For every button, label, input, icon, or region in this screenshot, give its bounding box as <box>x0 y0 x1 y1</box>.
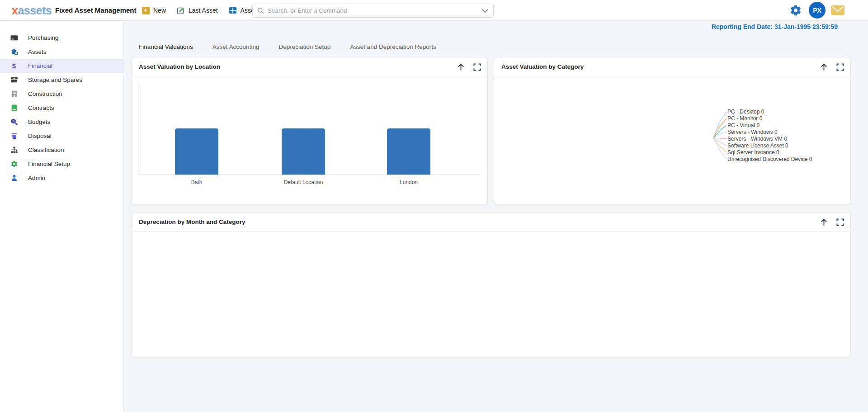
last-asset-button[interactable]: Last Asset <box>177 6 218 14</box>
pie-value: 0 <box>761 109 764 115</box>
logo-assets: assets <box>18 4 52 17</box>
main-tabs: Financial Valuations Asset Accounting De… <box>137 38 454 58</box>
home-icon <box>9 47 19 57</box>
sitemap-icon <box>9 146 19 155</box>
sidebar-nav: Purchasing Assets $ Financial Storage an… <box>0 21 124 412</box>
tab-financial-valuations[interactable]: Financial Valuations <box>137 38 194 58</box>
storage-box-icon <box>9 76 19 85</box>
tab-depreciation-setup[interactable]: Depreciation Setup <box>277 38 332 58</box>
tab-asset-accounting[interactable]: Asset Accounting <box>211 38 261 58</box>
user-avatar[interactable]: PX <box>809 2 826 19</box>
card-header: Depreciation by Month and Category <box>132 213 850 232</box>
pie-value: 0 <box>774 129 778 135</box>
bar-default-location[interactable] <box>282 128 325 175</box>
chevron-down-icon[interactable] <box>481 9 489 13</box>
sidebar-item-financial[interactable]: $ Financial <box>0 59 123 73</box>
card-title: Asset Valuation by Category <box>494 57 850 76</box>
export-up-arrow-icon[interactable] <box>457 63 465 71</box>
app-logo[interactable]: xassets <box>12 0 52 21</box>
x-tick-bath: Bath <box>191 179 203 185</box>
card-asset-valuation-by-category: Asset Valuation by Category PC - Desktop… <box>494 57 851 205</box>
sidebar-item-disposal[interactable]: Disposal <box>0 129 123 143</box>
card-header: Asset Valuation by Location <box>132 57 487 76</box>
plus-square-icon: + <box>142 6 150 14</box>
top-bar: xassets Fixed Asset Management + New Las… <box>0 0 868 21</box>
x-tick-london: London <box>400 179 418 185</box>
logo-x: x <box>12 4 18 17</box>
sidebar-item-classification[interactable]: Classification <box>0 143 123 157</box>
sidebar-item-purchasing[interactable]: Purchasing <box>0 31 123 45</box>
pie-value: 0 <box>776 149 779 156</box>
pie-label[interactable]: PC - Monitor 0 <box>727 115 812 122</box>
card-header: Asset Valuation by Category <box>494 57 850 76</box>
expand-fullscreen-icon[interactable] <box>473 63 481 71</box>
new-button[interactable]: + New <box>142 6 166 14</box>
pie-label[interactable]: Sql Server Instance 0 <box>727 149 812 156</box>
sidebar-item-assets[interactable]: Assets <box>0 45 123 59</box>
sidebar-item-storage-and-spares[interactable]: Storage and Spares <box>0 73 123 87</box>
pie-value: 0 <box>784 136 787 142</box>
search-icon <box>257 7 264 14</box>
reporting-end-date: Reporting End Date: 31-Jan-1995 23:59:59 <box>712 21 838 32</box>
pie-label[interactable]: Servers - Windows 0 <box>727 129 812 136</box>
card-asset-valuation-by-location: Asset Valuation by Location Bath Default… <box>131 57 488 205</box>
expand-fullscreen-icon[interactable] <box>836 218 844 226</box>
pie-chart-labels: PC - Desktop 0 PC - Monitor 0 PC - Virtu… <box>727 109 812 163</box>
expand-fullscreen-icon[interactable] <box>836 63 844 71</box>
bar-bath[interactable] <box>175 128 218 175</box>
edit-pencil-icon <box>177 6 185 14</box>
export-up-arrow-icon[interactable] <box>820 218 828 226</box>
search-dollar-icon: $ <box>9 118 19 127</box>
pie-label[interactable]: PC - Virtual 0 <box>727 122 812 129</box>
card-title: Asset Valuation by Location <box>132 57 487 76</box>
pie-label[interactable]: Unrecognised Discovered Device 0 <box>727 156 812 163</box>
pie-value: 0 <box>785 142 788 149</box>
card-title: Depreciation by Month and Category <box>132 213 850 232</box>
pie-value: 0 <box>760 115 763 122</box>
sidebar-item-construction[interactable]: Construction <box>0 87 123 101</box>
search-input[interactable] <box>268 7 481 14</box>
book-icon <box>9 104 19 113</box>
sidebar-item-budgets[interactable]: $ Budgets <box>0 115 123 129</box>
pie-value: 0 <box>809 156 812 162</box>
settings-gear-icon[interactable] <box>789 4 802 17</box>
quick-actions: + New Last Asset Asset List <box>142 0 268 21</box>
card-depreciation-by-month-and-category: Depreciation by Month and Category <box>131 212 851 357</box>
bar-chart-asset-valuation-by-location: Bath Default Location London <box>138 81 481 194</box>
person-icon <box>9 174 19 183</box>
building-icon <box>9 90 19 99</box>
svg-text:$: $ <box>12 119 14 123</box>
sidebar-item-contracts[interactable]: Contracts <box>0 101 123 115</box>
x-tick-default-location: Default Location <box>284 179 323 185</box>
export-up-arrow-icon[interactable] <box>820 63 828 71</box>
credit-card-icon <box>9 33 19 43</box>
pie-label[interactable]: Software License Asset 0 <box>727 142 812 149</box>
mail-envelope-icon[interactable] <box>831 5 844 15</box>
pie-label[interactable]: Servers - Windows VM 0 <box>727 136 812 142</box>
sidebar-item-financial-setup[interactable]: Financial Setup <box>0 157 123 171</box>
pie-value: 0 <box>756 122 760 128</box>
trash-icon <box>9 132 19 141</box>
search-box <box>252 4 494 18</box>
dollar-icon: $ <box>9 62 19 71</box>
app-title: Fixed Asset Management <box>55 0 137 21</box>
gear-icon <box>9 160 19 169</box>
pie-label[interactable]: PC - Desktop 0 <box>727 109 812 115</box>
table-grid-icon <box>229 6 237 14</box>
empty-chart-area <box>132 232 850 357</box>
sidebar-item-admin[interactable]: Admin <box>0 171 123 185</box>
tab-asset-and-depreciation-reports[interactable]: Asset and Depreciation Reports <box>349 38 438 58</box>
bar-london[interactable] <box>387 128 430 175</box>
